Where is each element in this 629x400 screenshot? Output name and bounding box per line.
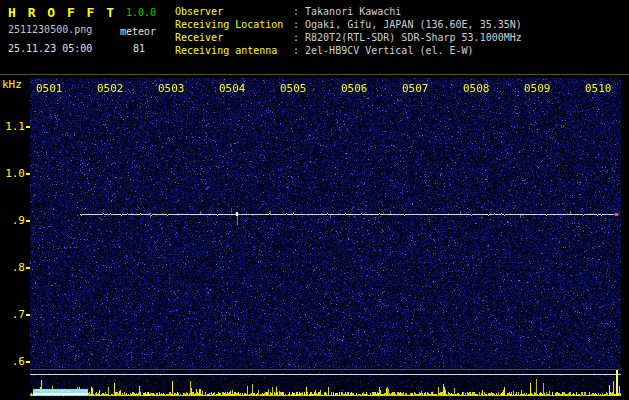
freq-tick-label: 1.1 bbox=[0, 120, 25, 133]
freq-tick-label: 1.0 bbox=[0, 167, 25, 180]
freq-tick-label: .8 bbox=[0, 261, 25, 274]
station-info-row: Receiver: R820T2(RTL-SDR) SDR-Sharp 53.1… bbox=[175, 31, 522, 44]
time-tick-label: 0505 bbox=[280, 82, 307, 95]
echo-count: 81 bbox=[133, 43, 145, 54]
time-tick-label: 0501 bbox=[36, 82, 63, 95]
station-info-row: Observer: Takanori Kawachi bbox=[175, 5, 522, 18]
datetime-label: 25.11.23 05:00 bbox=[8, 43, 92, 54]
app-version: 1.0.0 bbox=[126, 7, 156, 18]
station-info-value: : R820T2(RTL-SDR) SDR-Sharp 53.1000MHz bbox=[293, 32, 522, 43]
output-filename: 2511230500.png bbox=[8, 24, 92, 35]
freq-tick-label: .9 bbox=[0, 214, 25, 227]
time-tick-label: 0504 bbox=[219, 82, 246, 95]
freq-tick-mark bbox=[26, 173, 30, 175]
time-tick-label: 0503 bbox=[158, 82, 185, 95]
header-separator bbox=[0, 74, 629, 75]
app-title: H R O F F T bbox=[8, 5, 116, 20]
time-tick-label: 0510 bbox=[585, 82, 612, 95]
freq-tick-mark bbox=[26, 267, 30, 269]
time-tick-label: 0506 bbox=[341, 82, 368, 95]
freq-axis-unit: kHz bbox=[2, 78, 22, 91]
time-tick-label: 0502 bbox=[97, 82, 124, 95]
time-tick-label: 0509 bbox=[524, 82, 551, 95]
station-info-label: Receiving antenna bbox=[175, 44, 293, 57]
freq-tick-mark bbox=[26, 126, 30, 128]
station-info-value: : Takanori Kawachi bbox=[293, 6, 401, 17]
station-info-row: Receiving antenna: 2el-HB9CV Vertical (e… bbox=[175, 44, 522, 57]
station-info-label: Receiving Location bbox=[175, 18, 293, 31]
station-info-value: : Ogaki, Gifu, JAPAN (136.60E, 35.35N) bbox=[293, 19, 522, 30]
time-tick-label: 0507 bbox=[402, 82, 429, 95]
freq-tick-mark bbox=[26, 361, 30, 363]
freq-tick-mark bbox=[26, 220, 30, 222]
freq-tick-mark bbox=[26, 314, 30, 316]
freq-tick-label: .6 bbox=[0, 355, 25, 368]
station-info: Observer: Takanori KawachiReceiving Loca… bbox=[175, 5, 522, 57]
plot-area: 0501050205030504050505060507050805090510 bbox=[30, 78, 621, 397]
freq-tick-label: .7 bbox=[0, 308, 25, 321]
station-info-value: : 2el-HB9CV Vertical (el. E-W) bbox=[293, 45, 474, 56]
station-info-label: Receiver bbox=[175, 31, 293, 44]
time-tick-label: 0508 bbox=[463, 82, 490, 95]
station-info-row: Receiving Location: Ogaki, Gifu, JAPAN (… bbox=[175, 18, 522, 31]
mode-label: meteor bbox=[120, 26, 156, 37]
spectrogram-canvas bbox=[30, 78, 621, 397]
station-info-label: Observer bbox=[175, 5, 293, 18]
hrofft-window: H R O F F T 1.0.0 2511230500.png meteor … bbox=[0, 0, 629, 400]
